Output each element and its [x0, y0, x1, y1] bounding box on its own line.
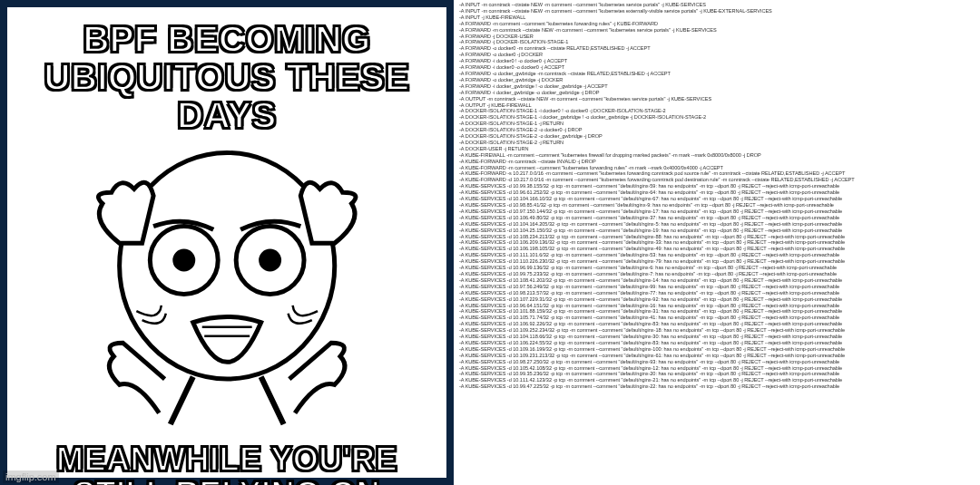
iptables-rule-line: -A KUBE-SERVICES -d 10.99.35.236/32 -p t… — [459, 371, 975, 377]
iptables-rule-line: -A KUBE-SERVICES -d 10.106.198.105/32 -p… — [459, 246, 975, 252]
iptables-rule-line: -A FORWARD -m comment --comment "kuberne… — [459, 21, 975, 27]
iptables-rule-line: -A FORWARD -o docker0 -m conntrack --cts… — [459, 45, 975, 52]
iptables-rule-line: -A DOCKER-ISOLATION-STAGE-2 -o docker_gw… — [459, 133, 975, 140]
iptables-rule-line: -A KUBE-SERVICES -d 10.105.71.74/32 -p t… — [459, 315, 975, 321]
iptables-rule-line: -A KUBE-SERVICES -d 10.104.166.10/32 -p … — [459, 196, 975, 202]
meme-inner: BPF BECOMING UBIQUITOUS THESE DAYS — [7, 7, 446, 478]
iptables-rule-line: -A KUBE-SERVICES -d 10.96.99.136/32 -p t… — [459, 265, 975, 271]
svg-point-3 — [175, 251, 193, 269]
iptables-rule-line: -A DOCKER-ISOLATION-STAGE-1 -j RETURN — [459, 121, 975, 127]
iptables-rule-line: -A KUBE-FORWARD -s 10.217.0.0/16 -m comm… — [459, 170, 975, 177]
iptables-rule-line: -A KUBE-SERVICES -d 10.99.38.155/32 -p t… — [459, 183, 975, 189]
iptables-rule-line: -A KUBE-SERVICES -d 10.104.118.66/32 -p … — [459, 334, 975, 340]
iptables-rule-line: -A KUBE-SERVICES -d 10.109.231.213/32 -p… — [459, 353, 975, 359]
iptables-rule-line: -A KUBE-FORWARD -m conntrack --ctstate I… — [459, 159, 975, 165]
iptables-rule-line: -A KUBE-SERVICES -d 10.106.92.226/32 -p … — [459, 321, 975, 327]
iptables-rule-line: -A KUBE-SERVICES -d 10.101.88.159/32 -p … — [459, 308, 975, 315]
iptables-rule-line: -A FORWARD -j DOCKER-ISOLATION-STAGE-1 — [459, 39, 975, 45]
iptables-rule-line: -A KUBE-FORWARD -m comment --comment "ku… — [459, 165, 975, 171]
iptables-rule-line: -A KUBE-SERVICES -d 10.104.25.150/32 -p … — [459, 228, 975, 234]
svg-point-4 — [260, 251, 279, 269]
yuno-face-icon — [15, 141, 439, 435]
iptables-rule-line: -A DOCKER-ISOLATION-STAGE-1 -i docker0 !… — [459, 108, 975, 114]
iptables-rule-line: -A FORWARD -m conntrack --ctstate NEW -m… — [459, 27, 975, 34]
iptables-rule-line: -A FORWARD -i docker_gwbridge ! -o docke… — [459, 83, 975, 90]
iptables-rule-line: -A KUBE-SERVICES -d 10.99.75.233/32 -p t… — [459, 271, 975, 277]
meme-panel: BPF BECOMING UBIQUITOUS THESE DAYS — [0, 0, 454, 485]
iptables-rule-line: -A INPUT -m conntrack --ctstate NEW -m c… — [459, 2, 975, 8]
iptables-rule-line: -A DOCKER-ISOLATION-STAGE-1 -i docker_gw… — [459, 114, 975, 121]
iptables-rule-line: -A INPUT -m conntrack --ctstate NEW -m c… — [459, 8, 975, 15]
iptables-rule-line: -A KUBE-SERVICES -d 10.107.229.31/32 -p … — [459, 296, 975, 303]
iptables-rule-line: -A DOCKER-ISOLATION-STAGE-2 -o docker0 -… — [459, 127, 975, 133]
iptables-rule-line: -A FORWARD -o docker0 -j DOCKER — [459, 52, 975, 58]
iptables-rule-line: -A KUBE-SERVICES -d 10.96.64.151/32 -p t… — [459, 303, 975, 309]
iptables-rule-line: -A KUBE-SERVICES -d 10.97.150.144/32 -p … — [459, 209, 975, 215]
iptables-rule-line: -A KUBE-SERVICES -d 10.98.85.41/32 -p tc… — [459, 202, 975, 209]
meme-bottom-text: MEANWHILE YOU'RE STILL RELYING ON IPTABL… — [15, 442, 439, 485]
iptables-rule-line: -A FORWARD -i docker0 ! -o docker0 -j AC… — [459, 58, 975, 64]
iptables-rule-line: -A KUBE-SERVICES -d 10.98.27.250/32 -p t… — [459, 359, 975, 365]
iptables-rule-line: -A KUBE-SERVICES -d 10.109.252.234/32 -p… — [459, 327, 975, 334]
meme-top-text: BPF BECOMING UBIQUITOUS THESE DAYS — [15, 20, 439, 134]
iptables-rule-line: -A DOCKER-ISOLATION-STAGE-2 -j RETURN — [459, 140, 975, 146]
iptables-rule-line: -A KUBE-SERVICES -d 10.106.224.55/32 -p … — [459, 340, 975, 346]
iptables-rule-line: -A KUBE-SERVICES -d 10.98.213.57/32 -p t… — [459, 290, 975, 296]
iptables-output: -A INPUT -m conntrack --ctstate NEW -m c… — [454, 0, 980, 485]
iptables-rule-line: -A OUTPUT -m conntrack --ctstate NEW -m … — [459, 96, 975, 102]
iptables-rule-line: -A KUBE-SERVICES -d 10.108.234.213/32 -p… — [459, 234, 975, 240]
iptables-rule-line: -A KUBE-SERVICES -d 10.96.61.252/32 -p t… — [459, 189, 975, 196]
iptables-rule-line: -A KUBE-SERVICES -d 10.110.226.230/32 -p… — [459, 258, 975, 265]
iptables-rule-line: -A KUBE-SERVICES -d 10.99.47.225/32 -p t… — [459, 383, 975, 390]
iptables-rule-line: -A FORWARD -o docker_gwbridge -j DOCKER — [459, 77, 975, 83]
iptables-rule-line: -A OUTPUT -j KUBE-FIREWALL — [459, 102, 975, 109]
iptables-rule-line: -A KUBE-SERVICES -d 10.108.41.202/32 -p … — [459, 277, 975, 284]
iptables-rule-line: -A KUBE-SERVICES -d 10.104.164.205/32 -p… — [459, 221, 975, 228]
iptables-rule-line: -A KUBE-FIREWALL -m comment --comment "k… — [459, 152, 975, 159]
iptables-rule-line: -A KUBE-SERVICES -d 10.106.209.136/32 -p… — [459, 239, 975, 246]
iptables-rule-line: -A FORWARD -i docker_gwbridge -o docker_… — [459, 90, 975, 96]
iptables-rule-line: -A DOCKER-USER -j RETURN — [459, 146, 975, 152]
iptables-rule-line: -A KUBE-SERVICES -d 10.109.16.199/32 -p … — [459, 346, 975, 353]
iptables-rule-line: -A KUBE-SERVICES -d 10.106.49.80/32 -p t… — [459, 215, 975, 221]
iptables-rule-line: -A INPUT -j KUBE-FIREWALL — [459, 15, 975, 21]
iptables-rule-line: -A FORWARD -j DOCKER-USER — [459, 34, 975, 40]
iptables-rule-line: -A KUBE-SERVICES -d 10.97.56.249/32 -p t… — [459, 284, 975, 290]
iptables-rule-line: -A KUBE-FORWARD -d 10.217.0.0/16 -m comm… — [459, 177, 975, 183]
iptables-rule-line: -A FORWARD -i docker0 -o docker0 -j ACCE… — [459, 64, 975, 71]
iptables-rule-line: -A KUBE-SERVICES -d 10.105.42.108/32 -p … — [459, 365, 975, 372]
iptables-rule-line: -A KUBE-SERVICES -d 10.111.42.123/32 -p … — [459, 377, 975, 383]
watermark: imgflip.com — [3, 470, 59, 483]
iptables-rule-line: -A KUBE-SERVICES -d 10.111.101.6/32 -p t… — [459, 252, 975, 258]
iptables-rule-line: -A FORWARD -o docker_gwbridge -m conntra… — [459, 71, 975, 77]
